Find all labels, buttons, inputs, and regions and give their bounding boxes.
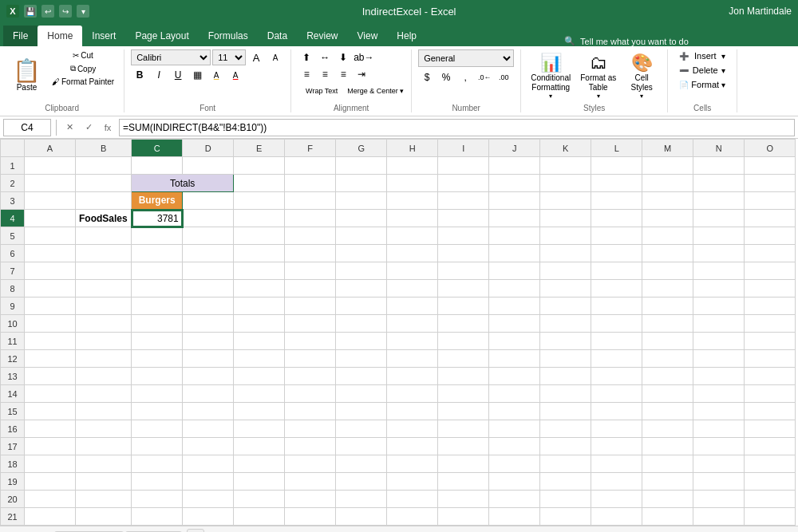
cell-f16[interactable] [285,420,336,438]
row-header-6[interactable]: 6 [1,245,25,262]
cell-d11[interactable] [183,333,234,350]
cell-k10[interactable] [540,315,591,333]
cell-j15[interactable] [489,403,540,420]
cell-o9[interactable] [745,298,796,315]
cell-k2[interactable] [540,175,591,192]
cell-g4[interactable] [336,210,387,227]
row-header-20[interactable]: 20 [1,491,25,508]
cell-d17[interactable] [183,438,234,455]
cell-b17[interactable] [76,438,132,455]
cancel-formula-button[interactable]: ✕ [61,120,77,136]
cell-b15[interactable] [76,403,132,420]
copy-button[interactable]: ⧉ Copy [49,62,117,75]
cell-j19[interactable] [489,473,540,491]
cell-m7[interactable] [642,262,693,280]
cell-k11[interactable] [540,333,591,350]
row-header-19[interactable]: 19 [1,473,25,491]
cell-j17[interactable] [489,438,540,455]
wrap-text-btn[interactable]: Wrap Text [298,83,346,99]
cell-m10[interactable] [642,315,693,333]
cell-n7[interactable] [693,262,745,280]
cell-n12[interactable] [693,350,745,368]
cell-o2[interactable] [745,175,796,192]
font-name-select[interactable]: Calibri [131,49,211,65]
cell-a15[interactable] [25,403,76,420]
cell-o10[interactable] [745,315,796,333]
cell-h14[interactable] [387,385,438,403]
cell-a18[interactable] [25,455,76,473]
row-header-14[interactable]: 14 [1,385,25,403]
cell-m20[interactable] [642,491,693,508]
indent-btn[interactable]: ⇥ [353,66,370,82]
cell-j12[interactable] [489,350,540,368]
cell-n10[interactable] [693,315,745,333]
cell-g15[interactable] [336,403,387,420]
cell-m11[interactable] [642,333,693,350]
cell-e7[interactable] [234,262,285,280]
cell-k5[interactable] [540,227,591,245]
cell-o11[interactable] [745,333,796,350]
cell-c1[interactable] [132,157,183,175]
cell-a1[interactable] [25,157,76,175]
customize-icon[interactable]: ▾ [77,5,89,18]
cell-g17[interactable] [336,438,387,455]
cell-m1[interactable] [642,157,693,175]
cell-i8[interactable] [438,280,489,298]
cell-g2[interactable] [336,175,387,192]
fill-color-button[interactable]: A [207,67,225,83]
cell-n21[interactable] [693,508,745,526]
cell-l16[interactable] [591,420,642,438]
cell-b14[interactable] [76,385,132,403]
cell-f2[interactable] [285,175,336,192]
cell-f4[interactable] [285,210,336,227]
cell-i13[interactable] [438,368,489,385]
col-header-n[interactable]: N [693,140,745,157]
cell-l19[interactable] [591,473,642,491]
cell-c10[interactable] [132,315,183,333]
cell-e11[interactable] [234,333,285,350]
cell-b2[interactable] [76,175,132,192]
cell-d15[interactable] [183,403,234,420]
cell-d8[interactable] [183,280,234,298]
row-header-5[interactable]: 5 [1,227,25,245]
cell-n16[interactable] [693,420,745,438]
cell-b18[interactable] [76,455,132,473]
row-header-10[interactable]: 10 [1,315,25,333]
cell-j21[interactable] [489,508,540,526]
col-header-b[interactable]: B [76,140,132,157]
cell-c17[interactable] [132,438,183,455]
cell-n6[interactable] [693,245,745,262]
row-header-1[interactable]: 1 [1,157,25,175]
cell-h10[interactable] [387,315,438,333]
cell-c15[interactable] [132,403,183,420]
cell-c2[interactable]: Totals [132,175,234,192]
save-icon[interactable]: 💾 [24,5,37,18]
format-button[interactable]: 📄 Format ▾ [674,78,730,91]
cell-m2[interactable] [642,175,693,192]
cell-c6[interactable] [132,245,183,262]
tab-help[interactable]: Help [387,26,426,46]
cell-a4[interactable] [25,210,76,227]
cell-e1[interactable] [234,157,285,175]
cell-f6[interactable] [285,245,336,262]
cell-e5[interactable] [234,227,285,245]
col-header-j[interactable]: J [489,140,540,157]
tell-me-input[interactable]: Tell me what you want to do [580,37,689,46]
cell-h12[interactable] [387,350,438,368]
cell-a2[interactable] [25,175,76,192]
tab-file[interactable]: File [3,26,38,46]
cell-b8[interactable] [76,280,132,298]
cell-h2[interactable] [387,175,438,192]
cell-l10[interactable] [591,315,642,333]
cell-c14[interactable] [132,385,183,403]
cell-d7[interactable] [183,262,234,280]
cell-g9[interactable] [336,298,387,315]
increase-decimal-btn[interactable]: .00 [495,69,512,85]
cell-h15[interactable] [387,403,438,420]
decrease-font-btn[interactable]: A [267,49,284,65]
cell-k6[interactable] [540,245,591,262]
cell-i7[interactable] [438,262,489,280]
cell-c9[interactable] [132,298,183,315]
cell-f9[interactable] [285,298,336,315]
cell-l11[interactable] [591,333,642,350]
